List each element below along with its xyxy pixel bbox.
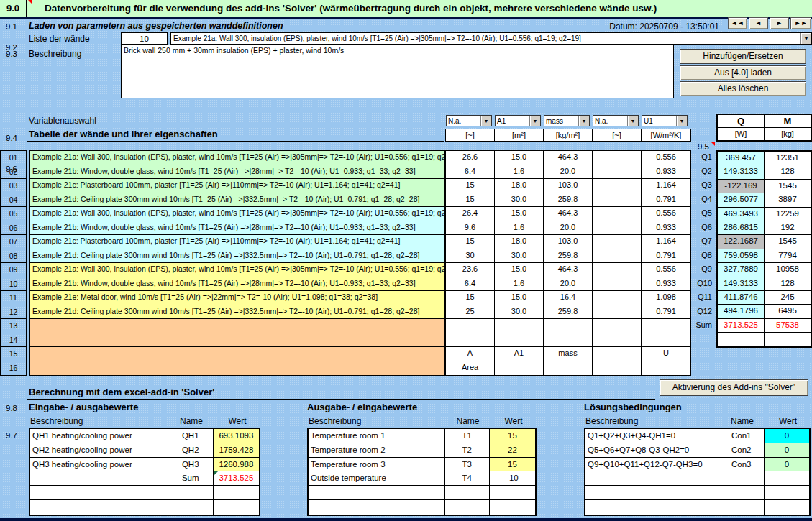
wall-value-cell[interactable] [593, 347, 642, 361]
wall-value-cell[interactable]: 30 [446, 249, 495, 263]
q-value-cell[interactable]: 149.3133 [718, 277, 765, 290]
wall-value-cell[interactable]: 30.0 [495, 305, 544, 319]
chevron-down-icon[interactable]: ▼ [627, 116, 638, 126]
io-value-cell[interactable] [765, 500, 809, 515]
wall-value-cell[interactable]: 0.556 [642, 263, 690, 277]
wall-value-cell[interactable]: 259.8 [544, 193, 593, 207]
q-value-cell[interactable]: 469.3493 [718, 208, 765, 221]
io-description-cell[interactable]: Outside temperature [309, 471, 445, 485]
q-value-cell[interactable]: 369.457 [718, 152, 765, 165]
wall-description-cell[interactable]: Example 21c: Plasterboard 100mm, plaster… [30, 179, 444, 193]
wall-value-cell[interactable] [544, 333, 593, 347]
chevron-down-icon[interactable]: ▼ [480, 116, 491, 126]
m-value-cell[interactable]: 12351 [765, 152, 811, 165]
q-value-cell[interactable]: 149.3133 [718, 165, 765, 178]
io-value-cell[interactable]: 0 [765, 429, 809, 443]
io-value-cell[interactable] [214, 500, 259, 515]
io-name-cell[interactable] [719, 500, 765, 515]
wall-description-cell[interactable]: Example 21d: Ceiling plate 300mm wind 10… [30, 193, 444, 208]
wall-value-cell[interactable] [593, 249, 642, 263]
q-value-cell[interactable]: 327.7889 [718, 263, 765, 276]
io-description-cell[interactable]: QH3 heating/cooling power [30, 458, 168, 471]
wall-value-cell[interactable]: 0.933 [642, 277, 690, 291]
m-value-cell[interactable]: 57538 [765, 319, 811, 332]
io-value-cell[interactable]: 3713.525 [214, 471, 259, 485]
wall-value-cell[interactable] [593, 179, 642, 193]
wall-value-cell[interactable] [446, 333, 495, 347]
wall-value-cell[interactable] [593, 277, 642, 291]
io-name-cell[interactable] [719, 471, 765, 485]
row-header-06[interactable]: 06 [1, 221, 26, 236]
wall-value-cell[interactable]: 6.4 [446, 277, 495, 291]
row-header-07[interactable]: 07 [1, 235, 26, 249]
row-header-01[interactable]: 01 [1, 151, 26, 165]
m-value-cell[interactable]: 3897 [765, 193, 811, 206]
wall-value-cell[interactable] [495, 319, 544, 333]
wall-value-cell[interactable]: 103.0 [544, 179, 593, 193]
wall-value-cell[interactable] [495, 333, 544, 347]
row-header-02[interactable]: 02 [1, 165, 26, 180]
q-value-cell[interactable]: 3713.525 [718, 319, 765, 332]
wall-value-cell[interactable] [544, 361, 593, 376]
row-header-04[interactable]: 04 [1, 193, 26, 208]
wall-value-cell[interactable]: 15 [446, 193, 495, 207]
io-description-cell[interactable]: Temperature room 3 [309, 458, 445, 471]
wall-value-cell[interactable]: 1.6 [495, 277, 544, 291]
wall-value-cell[interactable]: Area [446, 361, 495, 376]
nav-last-button[interactable]: ►► [790, 17, 811, 29]
io-value-cell[interactable] [214, 486, 259, 499]
load-from-4-0-button[interactable]: Aus [4.0] laden [680, 65, 806, 80]
nav-first-button[interactable]: ◄◄ [728, 17, 747, 29]
wall-description-cell[interactable] [30, 333, 444, 348]
wall-value-cell[interactable]: 18.0 [495, 235, 544, 249]
io-name-cell[interactable] [168, 500, 214, 515]
io-value-cell[interactable] [490, 486, 535, 499]
io-description-cell[interactable]: Q5+Q6+Q7+Q8-Q3-QH2=0 [585, 443, 719, 457]
io-name-cell[interactable]: Sum [168, 471, 214, 485]
io-description-cell[interactable]: Temperature room 1 [309, 429, 445, 443]
row-header-12[interactable]: 12 [1, 305, 26, 320]
io-name-cell[interactable]: T3 [445, 458, 490, 471]
wall-value-cell[interactable] [593, 333, 642, 347]
nav-prev-button[interactable]: ◄ [749, 17, 768, 29]
io-name-cell[interactable]: T2 [445, 443, 490, 457]
m-value-cell[interactable]: 6495 [765, 305, 811, 318]
wall-value-cell[interactable] [446, 319, 495, 333]
m-value-cell[interactable]: 12259 [765, 208, 811, 221]
wall-value-cell[interactable] [593, 207, 642, 221]
wall-value-cell[interactable]: 1.6 [495, 165, 544, 179]
wall-value-cell[interactable]: 1.164 [642, 235, 690, 249]
io-value-cell[interactable] [765, 471, 809, 485]
m-value-cell[interactable]: 10958 [765, 263, 811, 276]
wall-value-cell[interactable]: 259.8 [544, 249, 593, 263]
q-value-cell[interactable]: 494.1796 [718, 305, 765, 318]
variable-dropdown-1[interactable]: N.a.▼ [446, 115, 492, 126]
io-value-cell[interactable]: 693.1093 [214, 429, 259, 443]
io-name-cell[interactable]: QH1 [168, 429, 214, 443]
wall-value-cell[interactable]: 15.0 [495, 291, 544, 305]
io-description-cell[interactable] [585, 500, 719, 515]
io-description-cell[interactable] [30, 486, 168, 499]
chevron-down-icon[interactable]: ▼ [676, 116, 687, 126]
io-value-cell[interactable]: 1759.428 [214, 443, 259, 457]
wall-value-cell[interactable]: 9.6 [446, 221, 495, 235]
row-header-03[interactable]: 03 [1, 179, 26, 193]
wall-description-cell[interactable] [30, 347, 444, 361]
nav-next-button[interactable]: ► [770, 17, 789, 29]
wall-value-cell[interactable]: 16.4 [544, 291, 593, 305]
wall-select-combobox[interactable]: Example 21a: Wall 300, insulation (EPS),… [170, 32, 812, 45]
row-header-13[interactable]: 13 [1, 319, 26, 333]
wall-value-cell[interactable]: 0.791 [642, 305, 690, 319]
io-description-cell[interactable]: Temperature room 2 [309, 443, 445, 457]
wall-value-cell[interactable]: 259.8 [544, 305, 593, 319]
wall-value-cell[interactable]: 15 [446, 179, 495, 193]
row-header-09[interactable]: 09 [1, 263, 26, 277]
io-name-cell[interactable]: Con3 [719, 458, 765, 471]
wall-value-cell[interactable]: 0.556 [642, 207, 690, 221]
io-value-cell[interactable]: 15 [490, 458, 535, 471]
clear-all-button[interactable]: Alles löschen [680, 81, 806, 96]
wall-value-cell[interactable]: A1 [495, 347, 544, 361]
variable-dropdown-5[interactable]: U1▼ [642, 115, 688, 126]
wall-value-cell[interactable] [544, 319, 593, 333]
io-value-cell[interactable] [490, 500, 535, 515]
